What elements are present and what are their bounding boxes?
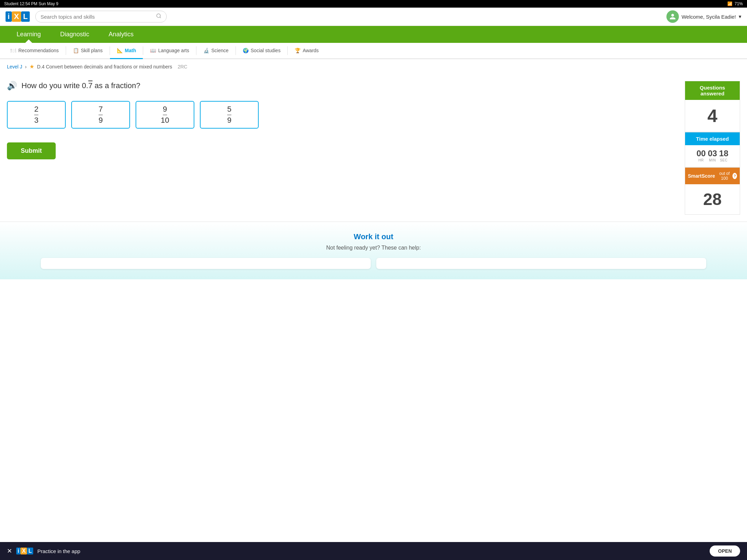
smart-score-header: SmartScore out of 100 ? xyxy=(685,168,740,184)
answer-choice-2[interactable]: 7 9 xyxy=(71,101,130,129)
question-area: 🔊 How do you write 0.7 as a fraction? 2 … xyxy=(7,81,678,215)
status-right: 📶 71% xyxy=(727,1,743,6)
answer-choice-4[interactable]: 5 9 xyxy=(200,101,259,129)
math-icon: 📐 xyxy=(117,48,123,53)
nav-analytics[interactable]: Analytics xyxy=(99,26,143,43)
social-studies-icon: 🌍 xyxy=(243,48,249,53)
avatar xyxy=(666,10,679,23)
tab-science[interactable]: 🔬 Science xyxy=(196,43,236,59)
work-cards xyxy=(7,258,740,269)
user-greeting: Welcome, Sycila Eadie! xyxy=(682,14,736,20)
tab-awards[interactable]: 🏆 Awards xyxy=(288,43,325,59)
search-bar[interactable] xyxy=(35,11,167,22)
svg-line-1 xyxy=(160,17,161,18)
side-panel: Questions answered 4 Time elapsed 00 HR … xyxy=(685,81,740,215)
question-text: 🔊 How do you write 0.7 as a fraction? xyxy=(7,81,678,91)
time-display: 00 HR 03 MIN 18 SEC xyxy=(685,145,740,167)
search-icon xyxy=(156,13,162,20)
question-content: How do you write 0.7 as a fraction? xyxy=(21,81,140,90)
top-nav: i X L Welcome, Sycila Eadie! ▾ xyxy=(0,8,747,26)
fraction-4: 5 9 xyxy=(227,105,231,125)
nav-learning[interactable]: Learning xyxy=(7,26,50,43)
logo-x: X xyxy=(12,11,21,22)
main-content: 🔊 How do you write 0.7 as a fraction? 2 … xyxy=(0,74,747,222)
subject-tabs: 🍽️ Recommendations 📋 Skill plans 📐 Math … xyxy=(0,43,747,59)
logo-l: L xyxy=(21,11,30,22)
work-it-out-section: Work it out Not feeling ready yet? These… xyxy=(0,222,747,279)
time-elapsed-header: Time elapsed xyxy=(685,132,740,145)
tab-language-arts[interactable]: 📖 Language arts xyxy=(143,43,196,59)
smart-score-box: SmartScore out of 100 ? 28 xyxy=(685,167,740,215)
tab-social-studies[interactable]: 🌍 Social studies xyxy=(236,43,287,59)
breadcrumb-level[interactable]: Level J xyxy=(7,64,22,69)
help-icon[interactable]: ? xyxy=(732,173,737,179)
status-bar: Student 12:54 PM Sun May 9 📶 71% xyxy=(0,0,747,8)
breadcrumb-star: ★ xyxy=(29,63,34,70)
time-seconds: 18 SEC xyxy=(719,149,728,162)
skill-plans-icon: 📋 xyxy=(73,48,79,53)
work-it-out-subtitle: Not feeling ready yet? These can help: xyxy=(7,245,740,251)
questions-answered-value: 4 xyxy=(685,100,740,132)
questions-answered-box: Questions answered 4 xyxy=(685,81,740,132)
svg-point-0 xyxy=(157,14,160,18)
language-arts-icon: 📖 xyxy=(150,48,156,53)
answer-choice-3[interactable]: 9 10 xyxy=(136,101,194,129)
tab-skill-plans[interactable]: 📋 Skill plans xyxy=(66,43,110,59)
fraction-1: 2 3 xyxy=(34,105,38,125)
green-nav: Learning Diagnostic Analytics xyxy=(0,26,747,43)
dropdown-icon[interactable]: ▾ xyxy=(739,13,741,20)
logo[interactable]: i X L xyxy=(6,11,30,22)
time-hours: 00 HR xyxy=(697,149,706,162)
time-elapsed-box: Time elapsed 00 HR 03 MIN 18 SEC xyxy=(685,132,740,167)
breadcrumb-chevron: › xyxy=(25,64,27,69)
breadcrumb-code: 2RC xyxy=(178,64,187,69)
smart-score-sub: out of 100 xyxy=(718,171,731,181)
tab-recommendations[interactable]: 🍽️ Recommendations xyxy=(3,43,66,59)
smart-score-value: 28 xyxy=(685,184,740,214)
nav-diagnostic[interactable]: Diagnostic xyxy=(50,26,99,43)
breadcrumb-skill: D.4 Convert between decimals and fractio… xyxy=(37,64,172,69)
wifi-icon: 📶 xyxy=(727,1,732,6)
tab-math[interactable]: 📐 Math xyxy=(110,43,143,59)
fraction-2: 7 9 xyxy=(99,105,103,125)
recommendations-icon: 🍽️ xyxy=(10,48,16,53)
repeating-digit: 7 xyxy=(88,81,92,90)
questions-answered-header: Questions answered xyxy=(685,81,740,100)
answer-choices: 2 3 7 9 9 10 5 9 xyxy=(7,101,678,129)
search-input[interactable] xyxy=(40,14,154,20)
time-minutes: 03 MIN xyxy=(708,149,717,162)
submit-button[interactable]: Submit xyxy=(7,142,56,159)
status-left: Student 12:54 PM Sun May 9 xyxy=(4,1,58,6)
work-it-out-title: Work it out xyxy=(7,232,740,241)
fraction-3: 9 10 xyxy=(161,105,169,125)
answer-choice-1[interactable]: 2 3 xyxy=(7,101,66,129)
status-student: Student 12:54 PM Sun May 9 xyxy=(4,1,58,6)
breadcrumb: Level J › ★ D.4 Convert between decimals… xyxy=(0,59,747,74)
logo-i: i xyxy=(6,11,12,22)
science-icon: 🔬 xyxy=(203,48,209,53)
user-area[interactable]: Welcome, Sycila Eadie! ▾ xyxy=(666,10,741,23)
work-card-1[interactable] xyxy=(41,258,371,269)
speaker-icon[interactable]: 🔊 xyxy=(7,81,17,91)
awards-icon: 🏆 xyxy=(295,48,301,53)
work-card-2[interactable] xyxy=(376,258,706,269)
battery-icon: 71% xyxy=(735,1,743,6)
